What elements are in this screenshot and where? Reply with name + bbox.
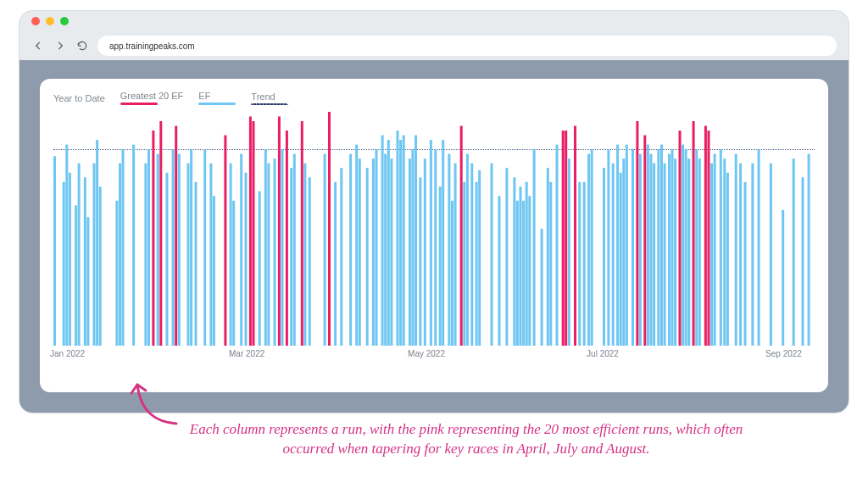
chart-bar[interactable] [528, 196, 531, 346]
chart-bar[interactable] [281, 149, 284, 346]
chart-bar[interactable] [704, 126, 707, 346]
chart-bar[interactable] [547, 168, 549, 346]
chart-bar[interactable] [607, 149, 609, 346]
chart-bar[interactable] [583, 182, 586, 346]
chart-bar[interactable] [513, 177, 515, 346]
chart-bar[interactable] [157, 154, 159, 346]
chart-bar[interactable] [172, 149, 175, 346]
chart-bar[interactable] [556, 145, 559, 346]
chart-bar[interactable] [616, 145, 619, 346]
chart-bar[interactable] [390, 158, 392, 346]
chart-bar[interactable] [568, 158, 570, 346]
chart-bar[interactable] [178, 154, 181, 346]
chart-bar[interactable] [726, 173, 729, 346]
chart-bar[interactable] [159, 121, 162, 346]
chart-bar[interactable] [264, 149, 267, 346]
chart-bar[interactable] [119, 164, 121, 346]
chart-bar[interactable] [190, 149, 192, 346]
chart-bar[interactable] [770, 164, 772, 346]
chart-bar[interactable] [549, 182, 552, 346]
chart-bar[interactable] [384, 154, 387, 346]
chart-bar[interactable] [372, 158, 375, 346]
chart-bar[interactable] [439, 186, 442, 346]
chart-bar[interactable] [290, 168, 292, 346]
chart-bar[interactable] [526, 182, 528, 346]
chart-bar[interactable] [397, 130, 399, 346]
chart-bar[interactable] [286, 130, 288, 346]
chart-bar[interactable] [478, 170, 481, 346]
chart-bar[interactable] [476, 182, 478, 346]
chart-bar[interactable] [562, 130, 565, 346]
chart-bar[interactable] [75, 205, 77, 346]
chart-bar[interactable] [259, 191, 261, 346]
chart-bar[interactable] [253, 121, 255, 346]
nav-back-button[interactable] [31, 39, 45, 53]
legend-entry-trend[interactable]: Trend [251, 92, 288, 105]
chart-bar[interactable] [232, 201, 235, 346]
chart-bar[interactable] [643, 136, 646, 346]
chart-bar[interactable] [147, 149, 150, 346]
window-minimize-icon[interactable] [46, 17, 54, 25]
chart-bar[interactable] [714, 154, 716, 346]
chart-bar[interactable] [520, 186, 522, 346]
chart-bar[interactable] [424, 158, 426, 346]
chart-bar[interactable] [359, 158, 361, 346]
chart-bar[interactable] [99, 186, 102, 346]
chart-bar[interactable] [122, 149, 125, 346]
chart-bar[interactable] [324, 154, 326, 346]
chart-bar[interactable] [682, 145, 684, 346]
chart-bar[interactable] [415, 136, 417, 346]
legend-entry-top20[interactable]: Greatest 20 EF [120, 91, 184, 105]
chart-bar[interactable] [340, 168, 342, 346]
chart-bar[interactable] [463, 182, 465, 346]
chart-bar[interactable] [411, 149, 414, 346]
chart-bar[interactable] [454, 164, 457, 346]
chart-bar[interactable] [175, 126, 177, 346]
chart-bar[interactable] [622, 158, 625, 346]
chart-bar[interactable] [470, 164, 473, 346]
window-zoom-icon[interactable] [60, 17, 69, 25]
chart-bar[interactable] [132, 145, 135, 346]
chart-bar[interactable] [63, 182, 65, 346]
chart-bar[interactable] [166, 173, 169, 346]
chart-bar[interactable] [687, 158, 690, 346]
chart-bar[interactable] [802, 177, 804, 346]
chart-bar[interactable] [620, 173, 622, 346]
chart-bar[interactable] [744, 182, 747, 346]
chart-bar[interactable] [301, 121, 303, 346]
chart-bar[interactable] [793, 158, 795, 346]
chart-bar[interactable] [309, 177, 311, 346]
chart-bar[interactable] [267, 164, 270, 346]
chart-bar[interactable] [723, 158, 726, 346]
chart-bar[interactable] [674, 158, 676, 346]
chart-bar[interactable] [187, 164, 190, 346]
ef-bar-chart[interactable]: Jan 2022Mar 2022May 2022Jul 2022Sep 2022 [53, 112, 815, 364]
chart-bar[interactable] [303, 164, 306, 346]
chart-bar[interactable] [612, 164, 615, 346]
chart-bar[interactable] [668, 154, 670, 346]
chart-bar[interactable] [245, 173, 248, 346]
chart-bar[interactable] [409, 158, 411, 346]
chart-bar[interactable] [639, 154, 642, 346]
chart-bar[interactable] [522, 201, 525, 346]
chart-bar[interactable] [84, 177, 86, 346]
chart-bar[interactable] [626, 145, 628, 346]
chart-bar[interactable] [460, 126, 463, 346]
window-close-icon[interactable] [31, 17, 40, 25]
chart-bar[interactable] [603, 168, 605, 346]
chart-bar[interactable] [632, 149, 634, 346]
chart-bar[interactable] [96, 140, 98, 346]
chart-bar[interactable] [203, 149, 206, 346]
chart-bar[interactable] [693, 121, 695, 346]
chart-bar[interactable] [249, 117, 252, 347]
chart-bar[interactable] [591, 149, 593, 346]
chart-bar[interactable] [739, 164, 742, 346]
chart-bar[interactable] [574, 126, 576, 346]
chart-bar[interactable] [636, 121, 638, 346]
chart-bar[interactable] [466, 154, 469, 346]
chart-bar[interactable] [710, 164, 713, 346]
chart-bar[interactable] [213, 196, 215, 346]
chart-bar[interactable] [274, 158, 276, 346]
chart-bar[interactable] [541, 229, 543, 346]
chart-bar[interactable] [430, 140, 432, 346]
